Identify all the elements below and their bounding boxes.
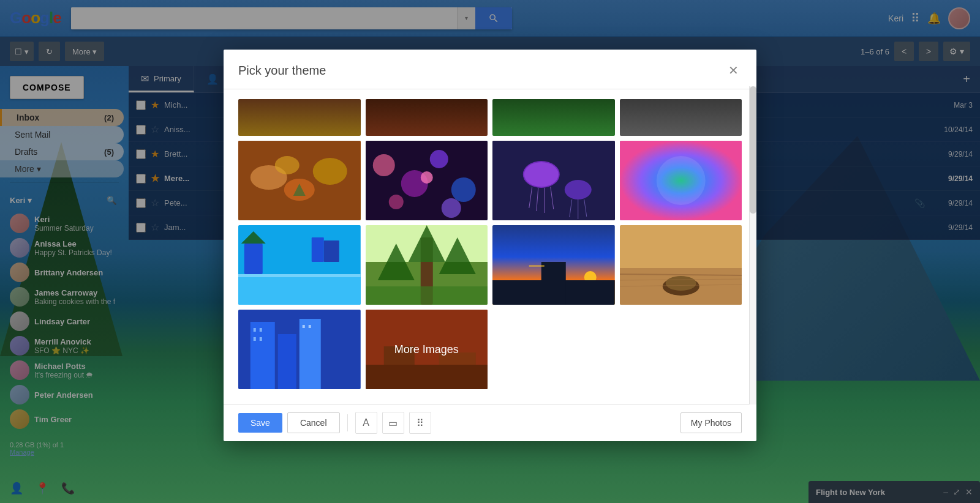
theme-partial-1[interactable] <box>238 99 361 136</box>
theme-bokeh[interactable] <box>366 141 488 220</box>
svg-rect-44 <box>541 262 566 305</box>
svg-rect-45 <box>529 265 545 267</box>
svg-rect-55 <box>278 334 296 389</box>
svg-point-4 <box>275 156 300 174</box>
modal-footer: Save Cancel A ▭ ⠿ My Photos <box>224 404 756 441</box>
theme-more-images[interactable]: More Images <box>366 310 488 389</box>
modal-overlay: Pick your theme ✕ <box>0 0 980 503</box>
svg-rect-59 <box>254 337 256 341</box>
modal-close-button[interactable]: ✕ <box>725 62 742 79</box>
theme-partial-3[interactable] <box>492 99 615 136</box>
rounded-rect-icon: ▭ <box>388 417 398 429</box>
theme-grid-row4: More Images <box>238 310 742 389</box>
modal-scrollbar[interactable] <box>749 86 756 404</box>
theme-iridescent[interactable] <box>620 141 742 220</box>
shape-icon-btn[interactable]: ▭ <box>382 412 404 434</box>
svg-point-11 <box>388 195 403 209</box>
svg-rect-60 <box>260 337 262 341</box>
svg-rect-54 <box>251 322 275 389</box>
svg-rect-62 <box>309 325 311 328</box>
theme-water[interactable] <box>238 225 361 305</box>
svg-point-13 <box>420 171 432 184</box>
theme-partial-2[interactable] <box>366 99 488 136</box>
modal-scrollbar-thumb <box>750 86 756 214</box>
text-icon-btn[interactable]: A <box>355 412 377 434</box>
svg-rect-31 <box>312 237 324 262</box>
grid-dots-icon: ⠿ <box>417 417 424 429</box>
svg-point-10 <box>451 177 475 202</box>
svg-point-26 <box>656 156 705 205</box>
svg-rect-57 <box>254 328 256 332</box>
grid-icon-btn[interactable]: ⠿ <box>409 412 431 434</box>
svg-point-21 <box>565 180 592 199</box>
save-button[interactable]: Save <box>238 413 282 433</box>
theme-grid-row3 <box>238 225 742 305</box>
svg-rect-61 <box>303 325 305 328</box>
theme-picker-modal: Pick your theme ✕ <box>224 50 756 441</box>
separator <box>347 414 348 431</box>
text-icon: A <box>363 417 369 428</box>
cancel-button[interactable]: Cancel <box>287 412 340 433</box>
svg-point-7 <box>372 154 394 176</box>
modal-body: More Images <box>224 89 756 404</box>
svg-point-3 <box>313 158 347 185</box>
svg-rect-56 <box>300 319 321 389</box>
theme-jellyfish[interactable] <box>492 141 615 220</box>
svg-point-16 <box>524 162 559 187</box>
svg-rect-32 <box>324 240 339 262</box>
svg-rect-58 <box>260 328 262 332</box>
theme-partial-4[interactable] <box>620 99 742 136</box>
my-photos-button[interactable]: My Photos <box>680 412 742 433</box>
modal-title: Pick your theme <box>238 64 725 78</box>
theme-autumn[interactable] <box>238 141 361 220</box>
first-row-partial <box>238 99 742 136</box>
theme-sunset[interactable] <box>492 225 615 305</box>
svg-point-49 <box>665 276 696 291</box>
modal-header: Pick your theme ✕ <box>224 50 756 89</box>
theme-forest[interactable] <box>366 225 488 305</box>
svg-point-12 <box>441 198 461 218</box>
theme-grid-row2 <box>238 141 742 220</box>
more-images-label: More Images <box>394 343 459 356</box>
theme-city[interactable] <box>238 310 361 389</box>
svg-point-9 <box>429 150 448 168</box>
svg-rect-33 <box>238 274 361 277</box>
theme-desert[interactable] <box>620 225 742 305</box>
svg-rect-29 <box>244 244 263 274</box>
svg-rect-28 <box>238 274 361 305</box>
svg-rect-40 <box>366 286 488 305</box>
